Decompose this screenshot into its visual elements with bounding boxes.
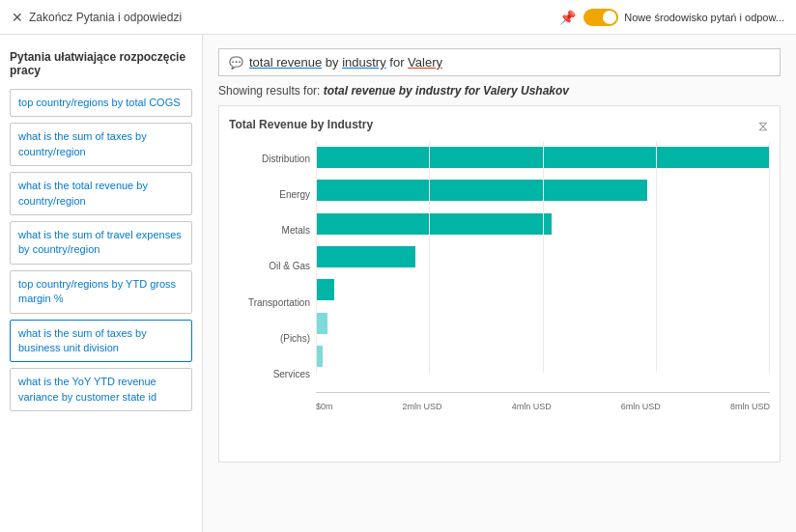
- sidebar-item-7[interactable]: what is the YoY YTD revenue variance by …: [10, 368, 192, 411]
- y-axis: Distribution Energy Metals Oil & Gas Tra…: [229, 141, 316, 411]
- top-bar-left: ✕ Zakończ Pytania i odpowiedzi: [12, 10, 182, 25]
- bar-row-transportation: [316, 273, 770, 306]
- toggle-thumb: [603, 11, 616, 24]
- y-label-distribution: Distribution: [229, 141, 310, 177]
- toggle-track[interactable]: [583, 9, 618, 26]
- sidebar-item-6[interactable]: what is the sum of taxes by business uni…: [10, 320, 192, 363]
- x-label-8m: 8mln USD: [730, 402, 770, 411]
- sidebar-item-2[interactable]: what is the sum of taxes by country/regi…: [10, 123, 192, 166]
- sidebar-item-3[interactable]: what is the total revenue by country/reg…: [10, 172, 192, 215]
- x-label-6m: 6mln USD: [621, 402, 661, 411]
- y-label-services: Services: [229, 356, 310, 392]
- bar-chart: Distribution Energy Metals Oil & Gas Tra…: [229, 141, 770, 411]
- results-link[interactable]: total revenue by industry for Valery Ush…: [324, 84, 569, 98]
- top-bar-title: Zakończ Pytania i odpowiedzi: [29, 11, 182, 24]
- bar-row-pichs: [316, 306, 770, 339]
- toggle-label: Nowe środowisko pytań i odpow...: [624, 12, 784, 23]
- bar-oil-gas: [316, 246, 415, 267]
- y-label-pichs: (Pichs): [229, 321, 310, 356]
- search-bar[interactable]: 💬 total revenue by industry for Valery: [218, 48, 781, 76]
- query-part-for: for: [389, 55, 408, 70]
- content-area: 💬 total revenue by industry for Valery S…: [203, 35, 796, 532]
- bar-distribution: [316, 147, 770, 168]
- bar-row-services: [316, 340, 770, 373]
- toggle-switch[interactable]: Nowe środowisko pytań i odpow...: [583, 9, 784, 26]
- chart-area: $0m 2mln USD 4mln USD 6mln USD 8mln USD: [316, 141, 770, 411]
- chart-title: Total Revenue by Industry: [229, 118, 770, 131]
- query-part-total-revenue: total revenue: [249, 55, 322, 70]
- bars-container: [316, 141, 770, 392]
- bar-row-oil-gas: [316, 240, 770, 273]
- sidebar-item-5[interactable]: top country/regions by YTD gross margin …: [10, 270, 192, 314]
- close-button[interactable]: ✕: [12, 10, 23, 25]
- sidebar-item-1[interactable]: top country/regions by total COGS: [10, 89, 192, 117]
- chart-container: Total Revenue by Industry ⧖ Distribution…: [218, 105, 781, 462]
- results-prefix: Showing results for:: [218, 84, 324, 98]
- query-part-valery: Valery: [408, 55, 442, 70]
- y-label-transportation: Transportation: [229, 285, 310, 321]
- sidebar-item-4[interactable]: what is the sum of travel expenses by co…: [10, 221, 192, 265]
- bar-transportation: [316, 279, 334, 300]
- x-label-2m: 2mln USD: [403, 402, 442, 411]
- bar-row-distribution: [316, 141, 770, 174]
- x-axis: $0m 2mln USD 4mln USD 6mln USD 8mln USD: [316, 392, 770, 411]
- pin-icon[interactable]: 📌: [559, 10, 576, 25]
- bar-energy: [316, 180, 647, 201]
- top-bar: ✕ Zakończ Pytania i odpowiedzi 📌 Nowe śr…: [0, 0, 796, 35]
- bar-row-energy: [316, 174, 770, 207]
- y-label-metals: Metals: [229, 212, 310, 248]
- sidebar-items-list: top country/regions by total COGSwhat is…: [10, 89, 192, 411]
- y-label-oil-gas: Oil & Gas: [229, 248, 310, 284]
- query-part-by: by: [326, 55, 342, 70]
- results-text: Showing results for: total revenue by in…: [218, 84, 781, 98]
- bar-row-metals: [316, 208, 770, 240]
- x-label-0: $0m: [316, 402, 333, 411]
- chat-icon: 💬: [229, 56, 243, 70]
- y-label-energy: Energy: [229, 177, 310, 212]
- filter-icon[interactable]: ⧖: [758, 118, 768, 134]
- top-bar-right: 📌 Nowe środowisko pytań i odpow...: [559, 9, 784, 26]
- bar-services: [316, 346, 323, 367]
- search-query[interactable]: total revenue by industry for Valery: [249, 55, 442, 70]
- x-label-4m: 4mln USD: [512, 402, 552, 411]
- sidebar-title: Pytania ułatwiające rozpoczęcie pracy: [10, 50, 192, 77]
- query-part-industry: industry: [342, 55, 386, 70]
- sidebar: Pytania ułatwiające rozpoczęcie pracy to…: [0, 35, 203, 532]
- bar-pichs: [316, 313, 327, 334]
- main-layout: Pytania ułatwiające rozpoczęcie pracy to…: [0, 35, 796, 532]
- bar-metals: [316, 213, 552, 235]
